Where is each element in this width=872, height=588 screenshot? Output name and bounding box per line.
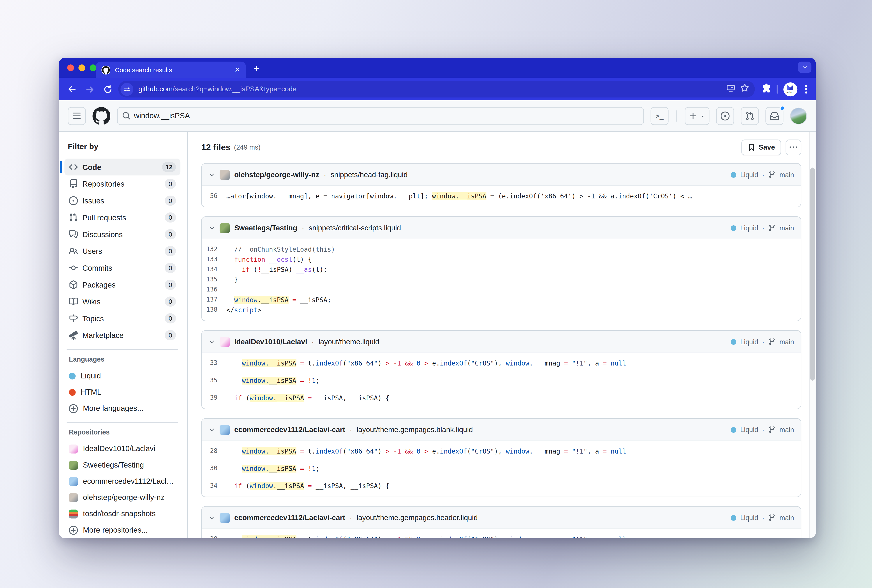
copilot-cli-button[interactable]: >_ <box>651 107 668 125</box>
code-line[interactable]: 133 function __ocsl(l) { <box>202 255 801 264</box>
code-line[interactable]: 28 window.__isPSA = t.indexOf("x86_64") … <box>202 534 801 538</box>
tab-close-icon[interactable]: ✕ <box>234 66 240 74</box>
result-file-path[interactable]: snippets/head-tag.liquid <box>331 170 408 179</box>
collapse-chevron-icon[interactable] <box>208 171 215 178</box>
repository-filter-idealdev1010-laclavi[interactable]: IdealDev1010/Laclavi <box>64 441 180 457</box>
more-repositories-link[interactable]: More repositories... <box>64 522 180 538</box>
results-more-options-button[interactable] <box>786 140 802 155</box>
search-input[interactable] <box>134 111 639 120</box>
collapse-chevron-icon[interactable] <box>208 426 215 433</box>
reload-button[interactable] <box>100 82 115 97</box>
create-new-button[interactable] <box>685 107 710 125</box>
result-repo-name[interactable]: ecommercedev1112/Laclavi-cart <box>234 426 345 434</box>
hamburger-menu-button[interactable] <box>68 107 86 125</box>
page-scroll-thumb[interactable] <box>810 168 815 381</box>
sidebar-item-topics[interactable]: Topics 0 <box>64 310 180 327</box>
sidebar-item-label: Commits <box>82 264 160 272</box>
pull-requests-button[interactable] <box>741 107 759 125</box>
line-number: 134 <box>202 264 226 274</box>
extensions-icon[interactable] <box>761 83 771 95</box>
issues-button[interactable] <box>716 107 734 125</box>
github-search-field[interactable] <box>117 107 644 125</box>
back-button[interactable] <box>64 82 79 97</box>
sidebar-item-repositories[interactable]: Repositories 0 <box>64 176 180 192</box>
repository-filter-olehstep-george-willy-nz[interactable]: olehstep/george-willy-nz <box>64 489 180 506</box>
forward-button[interactable] <box>82 82 97 97</box>
close-window-button[interactable] <box>67 64 74 71</box>
line-number: 34 <box>202 481 226 491</box>
code-line[interactable]: 33 window.__isPSA = t.indexOf("x86_64") … <box>202 358 801 368</box>
user-avatar[interactable] <box>790 107 807 124</box>
discussion-icon <box>69 230 78 239</box>
repository-filter-sweetlegs-testing[interactable]: Sweetlegs/Testing <box>64 457 180 473</box>
code-line[interactable]: 28 window.__isPSA = t.indexOf("x86_64") … <box>202 446 801 456</box>
collapse-chevron-icon[interactable] <box>208 225 215 231</box>
code-line[interactable]: 56…ator[window.___mnag], e = navigator[w… <box>202 191 801 201</box>
sidebar-item-code[interactable]: Code 12 <box>64 159 180 176</box>
result-file-path[interactable]: layout/theme.liquid <box>319 338 379 346</box>
collapse-chevron-icon[interactable] <box>208 514 215 521</box>
result-file-path[interactable]: snippets/critical-scripts.liquid <box>309 224 401 232</box>
result-count-badge: 0 <box>165 263 176 273</box>
code-line[interactable]: 34 if (window.__isPSA = __isPSA, __isPSA… <box>202 481 801 491</box>
new-tab-button[interactable]: + <box>254 63 259 75</box>
repository-filter-ecommercedev1112-laclavi-cart[interactable]: ecommercedev1112/Laclavi-cart <box>64 473 180 489</box>
language-filter-html[interactable]: HTML <box>64 384 180 400</box>
save-button[interactable]: Save <box>741 140 781 155</box>
branch-icon <box>768 426 775 433</box>
line-number: 28 <box>202 534 226 538</box>
sidebar-item-commits[interactable]: Commits 0 <box>64 260 180 276</box>
code-line[interactable]: 135 } <box>202 274 801 285</box>
repo-avatar <box>69 460 78 470</box>
code-line[interactable]: 138</script> <box>202 305 801 315</box>
code-line[interactable]: 39 if (window.__isPSA = __isPSA, __isPSA… <box>202 393 801 403</box>
code-line[interactable]: 137 window.__isPSA = __isPSA; <box>202 295 801 305</box>
repository-filter-tosdr-tosdr-snapshots[interactable]: tosdr/tosdr-snapshots <box>64 506 180 522</box>
result-card-header[interactable]: IdealDev1010/Laclavi · layout/theme.liqu… <box>202 331 801 353</box>
code-snippet: 56…ator[window.___mnag], e = navigator[w… <box>202 186 801 207</box>
result-card-header[interactable]: Sweetlegs/Testing · snippets/critical-sc… <box>202 217 801 239</box>
result-file-path[interactable]: layout/theme.gempages.blank.liquid <box>357 426 473 434</box>
sidebar-item-discussions[interactable]: Discussions 0 <box>64 226 180 243</box>
sidebar-item-wikis[interactable]: Wikis 0 <box>64 293 180 310</box>
bookmark-star-icon[interactable] <box>740 83 749 94</box>
collapse-chevron-icon[interactable] <box>208 338 215 345</box>
filter-by-title: Filter by <box>68 142 180 151</box>
sidebar-item-pull-requests[interactable]: Pull requests 0 <box>64 209 180 226</box>
address-bar[interactable]: github.com/search?q=window.__isPSA&type=… <box>118 81 754 98</box>
result-repo-name[interactable]: IdealDev1010/Laclavi <box>234 338 307 346</box>
notifications-inbox-button[interactable] <box>766 107 783 125</box>
maximize-window-button[interactable] <box>90 64 97 71</box>
sidebar-divider <box>67 422 178 423</box>
result-card-header[interactable]: ecommercedev1112/Laclavi-cart · layout/t… <box>202 419 801 441</box>
browser-profile-avatar[interactable]: urlbox <box>783 82 797 96</box>
code-line[interactable]: 136 <box>202 285 801 295</box>
code-line[interactable]: 35 window.__isPSA = !1; <box>202 376 801 386</box>
github-logo-icon[interactable] <box>92 107 110 125</box>
sidebar-item-issues[interactable]: Issues 0 <box>64 192 180 209</box>
result-card-header[interactable]: olehstep/george-willy-nz · snippets/head… <box>202 164 801 186</box>
repo-icon <box>69 179 78 188</box>
browser-menu-icon[interactable] <box>803 85 809 93</box>
result-repo-name[interactable]: Sweetlegs/Testing <box>234 224 297 232</box>
result-repo-name[interactable]: olehstep/george-willy-nz <box>234 170 319 179</box>
install-app-icon[interactable] <box>726 83 735 94</box>
result-count-badge: 0 <box>165 314 176 324</box>
telescope-icon <box>69 331 78 340</box>
site-settings-icon[interactable] <box>120 83 133 96</box>
code-line[interactable]: 132 // _onChunkStyleLoad(this) <box>202 244 801 255</box>
minimize-window-button[interactable] <box>78 64 85 71</box>
result-repo-name[interactable]: ecommercedev1112/Laclavi-cart <box>234 513 345 522</box>
code-line[interactable]: 134 if (!__isPSA) __as(l); <box>202 264 801 274</box>
more-languages-link[interactable]: More languages... <box>64 400 180 417</box>
browser-tab-code-search[interactable]: Code search results ✕ <box>96 62 246 78</box>
sidebar-item-users[interactable]: Users 0 <box>64 243 180 260</box>
code-line[interactable]: 30 window.__isPSA = !1; <box>202 464 801 474</box>
result-file-path[interactable]: layout/theme.gempages.header.liquid <box>357 513 478 522</box>
language-filter-liquid[interactable]: Liquid <box>64 368 180 384</box>
sidebar-item-packages[interactable]: Packages 0 <box>64 276 180 293</box>
tab-search-button[interactable] <box>798 62 811 73</box>
result-card-header[interactable]: ecommercedev1112/Laclavi-cart · layout/t… <box>202 507 801 529</box>
page-scrollbar[interactable] <box>809 132 816 538</box>
sidebar-item-marketplace[interactable]: Marketplace 0 <box>64 327 180 344</box>
